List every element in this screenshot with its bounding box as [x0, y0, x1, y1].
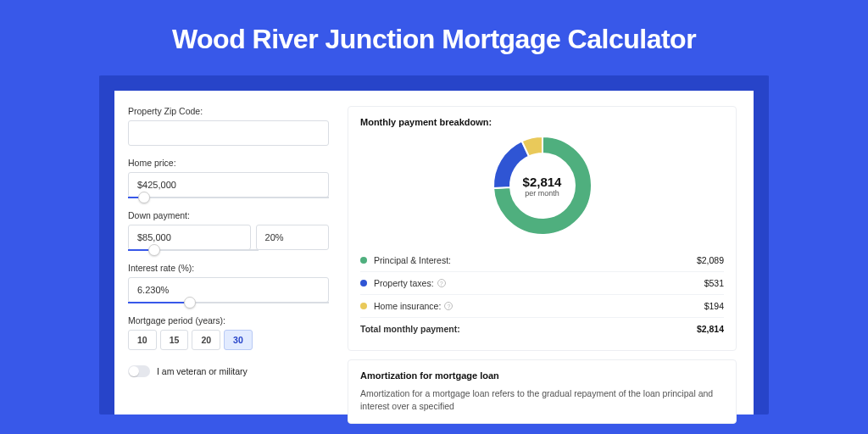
- amortization-panel: Amortization for mortgage loan Amortizat…: [348, 359, 737, 424]
- period-option-15[interactable]: 15: [160, 330, 189, 350]
- breakdown-panel: Monthly payment breakdown: $2,814 per mo…: [348, 106, 737, 351]
- title-bar: Wood River Junction Mortgage Calculator: [0, 0, 868, 75]
- period-option-20[interactable]: 20: [192, 330, 220, 350]
- breakdown-item-value: $194: [704, 301, 724, 311]
- down-payment-input[interactable]: [128, 225, 251, 250]
- interest-field: Interest rate (%):: [128, 263, 329, 303]
- veteran-label: I am veteran or military: [157, 366, 248, 376]
- veteran-row: I am veteran or military: [128, 365, 329, 377]
- down-payment-label: Down payment:: [128, 210, 329, 220]
- breakdown-item-label: Home insurance: ?: [374, 301, 704, 311]
- home-price-input[interactable]: [128, 172, 329, 198]
- period-label: Mortgage period (years):: [128, 315, 329, 326]
- home-price-label: Home price:: [128, 158, 329, 168]
- interest-slider[interactable]: [128, 302, 329, 303]
- amortization-body: Amortization for a mortgage loan refers …: [360, 387, 724, 413]
- breakdown-total-row: Total monthly payment: $2,814: [360, 317, 724, 340]
- info-icon[interactable]: ?: [444, 302, 453, 310]
- zip-field: Property Zip Code:: [128, 106, 329, 146]
- breakdown-column: Monthly payment breakdown: $2,814 per mo…: [332, 103, 743, 415]
- period-field: Mortgage period (years): 10152030: [128, 315, 329, 350]
- home-price-slider[interactable]: [128, 197, 329, 198]
- amortization-title: Amortization for mortgage loan: [360, 370, 724, 381]
- donut-chart: $2,814 per month: [491, 134, 594, 237]
- legend-dot: [360, 303, 367, 309]
- breakdown-total-value: $2,814: [697, 324, 724, 334]
- home-price-field: Home price:: [128, 158, 329, 198]
- veteran-toggle[interactable]: [128, 365, 150, 377]
- period-option-10[interactable]: 10: [128, 330, 157, 350]
- period-option-30[interactable]: 30: [224, 330, 253, 350]
- breakdown-title: Monthly payment breakdown:: [360, 117, 724, 127]
- breakdown-item-value: $2,089: [697, 255, 724, 265]
- down-payment-field: Down payment:: [128, 210, 329, 251]
- interest-label: Interest rate (%):: [128, 263, 329, 273]
- breakdown-item-label: Property taxes: ?: [374, 278, 704, 288]
- zip-label: Property Zip Code:: [128, 106, 329, 116]
- legend-dot: [360, 257, 367, 264]
- breakdown-row: Principal & Interest:$2,089: [360, 249, 724, 271]
- period-options: 10152030: [128, 330, 329, 350]
- legend-dot: [360, 280, 367, 287]
- down-payment-pct-input[interactable]: [256, 225, 329, 250]
- interest-input[interactable]: [128, 277, 329, 303]
- down-payment-slider[interactable]: [128, 249, 259, 251]
- info-icon[interactable]: ?: [437, 279, 446, 287]
- breakdown-legend: Principal & Interest:$2,089Property taxe…: [360, 249, 724, 317]
- breakdown-row: Property taxes: ?$531: [360, 271, 724, 294]
- page-title: Wood River Junction Mortgage Calculator: [0, 24, 868, 55]
- breakdown-total-label: Total monthly payment:: [360, 324, 697, 334]
- donut-wrap: $2,814 per month: [360, 134, 724, 237]
- breakdown-item-label: Principal & Interest:: [374, 255, 697, 265]
- breakdown-item-value: $531: [704, 278, 724, 288]
- breakdown-row: Home insurance: ?$194: [360, 294, 724, 317]
- zip-input[interactable]: [128, 120, 329, 146]
- donut-per-month: per month: [525, 189, 559, 198]
- donut-center: $2,814 per month: [491, 134, 594, 237]
- donut-amount: $2,814: [523, 175, 562, 189]
- calculator-card: Property Zip Code: Home price: Down paym…: [99, 75, 769, 415]
- form-column: Property Zip Code: Home price: Down paym…: [125, 103, 332, 415]
